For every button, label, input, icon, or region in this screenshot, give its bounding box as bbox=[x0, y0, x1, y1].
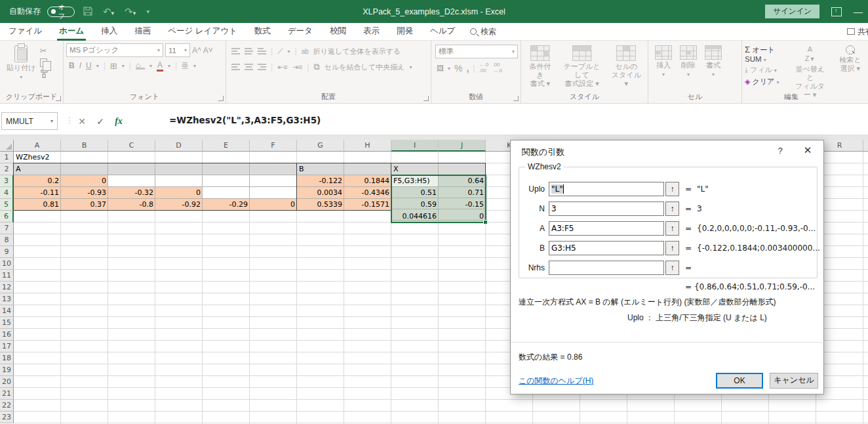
cell-A2[interactable]: A bbox=[14, 163, 61, 175]
function-help-link[interactable]: この関数のヘルプ(H) bbox=[519, 375, 593, 387]
tab-ページ レイアウト[interactable]: ページ レイアウト bbox=[159, 22, 246, 41]
accounting-format-icon[interactable]: 🖼 bbox=[437, 64, 444, 72]
cell-I4[interactable]: 0.51 bbox=[391, 187, 439, 199]
cell-D5[interactable]: -0.92 bbox=[155, 199, 203, 211]
row-header-5[interactable]: 5 bbox=[0, 199, 14, 211]
delete-cells-button[interactable]: 削除 ▾ bbox=[676, 43, 701, 80]
redo-icon[interactable]: ↷▾ bbox=[123, 7, 138, 16]
fill-handle[interactable] bbox=[483, 220, 488, 224]
cell-G3[interactable]: -0.122 bbox=[297, 175, 344, 187]
fill-color-button[interactable]: ◇ bbox=[136, 62, 145, 70]
cell-A4[interactable]: -0.11 bbox=[14, 187, 61, 199]
tab-表示[interactable]: 表示 bbox=[355, 22, 388, 41]
name-box[interactable]: MMULT ▾ bbox=[1, 112, 58, 130]
merge-center-label[interactable]: セルを結合して中央揃え bbox=[325, 62, 405, 72]
fill-button[interactable]: ⤓ フィル ▾ bbox=[745, 65, 785, 75]
format-as-table-button[interactable]: テーブルとして書式設定 ▾ bbox=[556, 43, 607, 91]
collapse-dialog-icon-A[interactable]: ↑ bbox=[665, 221, 679, 236]
align-center-icon[interactable] bbox=[245, 64, 253, 70]
cell-J6[interactable]: 0 bbox=[439, 211, 486, 223]
cell-G4[interactable]: 0.0034 bbox=[297, 187, 344, 199]
tab-ヘルプ[interactable]: ヘルプ bbox=[422, 22, 464, 41]
column-header-F[interactable]: F bbox=[250, 140, 297, 152]
autosave-toggle[interactable]: オフ bbox=[47, 7, 75, 17]
column-header-C[interactable]: C bbox=[108, 140, 155, 152]
cell-C4[interactable]: -0.32 bbox=[108, 187, 155, 199]
row-header-16[interactable]: 16 bbox=[0, 329, 14, 341]
row-header-4[interactable]: 4 bbox=[0, 187, 14, 199]
phonetic-button[interactable]: 亜 bbox=[182, 61, 189, 71]
cell-J5[interactable]: -0.15 bbox=[439, 199, 486, 211]
clipboard-dialog-launcher[interactable] bbox=[56, 96, 61, 101]
row-header-14[interactable]: 14 bbox=[0, 305, 14, 317]
insert-cells-button[interactable]: 挿入 ▾ bbox=[651, 43, 676, 80]
row-header-11[interactable]: 11 bbox=[0, 270, 14, 282]
cell-D4[interactable]: 0 bbox=[155, 187, 203, 199]
format-painter-icon[interactable] bbox=[40, 70, 51, 80]
orientation-button[interactable]: ⟋ bbox=[277, 47, 283, 56]
column-header-A[interactable]: A bbox=[14, 140, 61, 152]
font-color-button[interactable]: A bbox=[157, 60, 163, 72]
cell-B3[interactable]: 0 bbox=[61, 175, 108, 187]
conditional-formatting-button[interactable]: 条件付き書式 ▾ bbox=[524, 43, 556, 91]
cell-A5[interactable]: 0.81 bbox=[14, 199, 61, 211]
save-icon[interactable] bbox=[81, 7, 94, 17]
row-header-17[interactable]: 17 bbox=[0, 341, 14, 352]
tab-挿入[interactable]: 挿入 bbox=[92, 22, 126, 41]
undo-icon[interactable]: ↶▾ bbox=[101, 7, 116, 16]
shrink-font-button[interactable]: A˅ bbox=[203, 46, 213, 55]
ribbon-display-options-icon[interactable] bbox=[831, 7, 842, 16]
cell-G2[interactable]: B bbox=[297, 163, 344, 175]
wrap-text-label[interactable]: 折り返して全体を表示する bbox=[313, 47, 401, 56]
column-header-H[interactable]: H bbox=[344, 140, 391, 152]
paste-button[interactable]: 貼り付け ▾ bbox=[3, 43, 40, 83]
tab-校閲[interactable]: 校閲 bbox=[321, 22, 355, 41]
copy-button[interactable]: ▾ bbox=[40, 58, 51, 67]
cell-H3[interactable]: 0.1844 bbox=[344, 175, 391, 187]
cancel-button[interactable]: キャンセル bbox=[770, 373, 818, 389]
dialog-help-button[interactable]: ? bbox=[774, 146, 786, 156]
decrease-decimal-icon[interactable]: .00 →.0 bbox=[492, 62, 502, 74]
align-left-icon[interactable] bbox=[231, 64, 240, 70]
column-header-G[interactable]: G bbox=[297, 140, 344, 152]
cell-I6[interactable]: 0.044616 bbox=[391, 211, 439, 223]
tab-開発[interactable]: 開発 bbox=[388, 22, 422, 41]
tab-数式[interactable]: 数式 bbox=[246, 22, 279, 41]
cell-I5[interactable]: 0.59 bbox=[391, 199, 439, 211]
column-header-D[interactable]: D bbox=[155, 140, 203, 152]
cancel-entry-button[interactable]: ✕ bbox=[73, 112, 90, 130]
column-header-E[interactable]: E bbox=[203, 140, 250, 152]
cell-A3[interactable]: 0.2 bbox=[14, 175, 61, 187]
cell-H4[interactable]: -0.4346 bbox=[344, 187, 391, 199]
font-dialog-launcher[interactable] bbox=[218, 96, 224, 101]
autosum-button[interactable]: Σ オート SUM ▾ bbox=[745, 45, 785, 63]
increase-decimal-icon[interactable]: ←.0 .00 bbox=[479, 62, 488, 74]
minimize-button[interactable]: — bbox=[854, 7, 863, 17]
column-header-J[interactable]: J bbox=[439, 140, 486, 152]
collapse-dialog-icon-Nrhs[interactable]: ↑ bbox=[665, 261, 679, 275]
dialog-close-button[interactable]: ✕ bbox=[800, 144, 815, 156]
row-header-23[interactable]: 23 bbox=[0, 412, 14, 423]
column-header-I[interactable]: I bbox=[391, 140, 439, 152]
underline-button[interactable]: U bbox=[86, 61, 92, 70]
argument-input-A[interactable]: A3:F5 bbox=[549, 221, 664, 236]
align-middle-icon[interactable] bbox=[245, 48, 253, 54]
column-header-S[interactable]: S bbox=[863, 140, 868, 152]
borders-button[interactable]: ⊞ bbox=[110, 61, 117, 71]
number-dialog-launcher[interactable] bbox=[513, 96, 519, 101]
row-header-6[interactable]: 6 bbox=[0, 211, 14, 223]
row-header-12[interactable]: 12 bbox=[0, 282, 14, 293]
cell-A1[interactable]: WZhesv2 bbox=[14, 152, 61, 163]
align-right-icon[interactable] bbox=[258, 64, 266, 70]
qat-customize-icon[interactable]: ▾ bbox=[144, 9, 151, 15]
clear-button[interactable]: ◈ クリア ▾ bbox=[745, 77, 785, 87]
cell-H5[interactable]: -0.1571 bbox=[344, 199, 391, 211]
row-header-1[interactable]: 1 bbox=[0, 152, 14, 163]
argument-input-N[interactable]: 3 bbox=[549, 201, 664, 216]
formula-input[interactable]: =WZhesv2("L",3,A3:F5,G3:H5) bbox=[169, 115, 321, 125]
row-header-7[interactable]: 7 bbox=[0, 223, 14, 234]
collapse-dialog-icon-Uplo[interactable]: ↑ bbox=[665, 182, 679, 196]
bold-button[interactable]: B bbox=[69, 61, 75, 70]
cell-F5[interactable]: 0 bbox=[250, 199, 297, 211]
format-cells-button[interactable]: 書式 ▾ bbox=[701, 43, 726, 80]
